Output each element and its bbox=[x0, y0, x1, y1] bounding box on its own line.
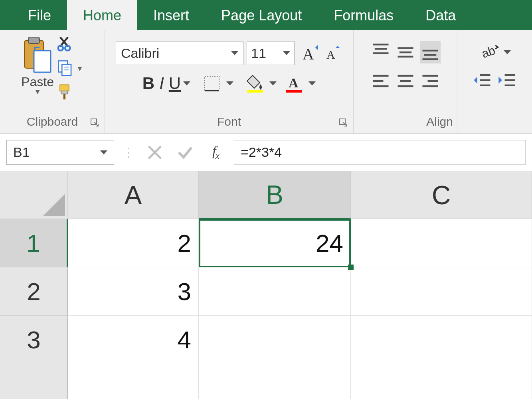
svg-text:A: A bbox=[289, 75, 299, 90]
group-clipboard-label: Clipboard bbox=[27, 115, 78, 128]
row-header-4[interactable] bbox=[0, 364, 68, 399]
cell-C1[interactable] bbox=[351, 219, 532, 267]
svg-rect-1 bbox=[28, 37, 40, 43]
ribbon-tabs: File Home Insert Page Layout Formulas Da… bbox=[0, 0, 532, 30]
align-top-button[interactable] bbox=[370, 41, 391, 63]
ribbon: Paste ▼ ▼ bbox=[0, 30, 532, 134]
cell-B2[interactable] bbox=[199, 267, 351, 316]
worksheet-grid: A B C 1 2 24 2 3 3 4 bbox=[0, 171, 532, 399]
svg-rect-15 bbox=[205, 76, 219, 91]
tab-formulas[interactable]: Formulas bbox=[318, 0, 409, 30]
svg-text:ab: ab bbox=[480, 43, 497, 61]
row-header-2[interactable]: 2 bbox=[0, 267, 68, 316]
group-alignment-label: Align bbox=[426, 115, 453, 128]
paste-label: Paste bbox=[21, 75, 54, 89]
svg-point-3 bbox=[58, 45, 63, 50]
group-extra: ab bbox=[457, 30, 532, 133]
column-header-B[interactable]: B bbox=[199, 171, 351, 219]
row-header-1[interactable]: 1 bbox=[0, 219, 68, 267]
increase-font-size-button[interactable]: A bbox=[301, 43, 320, 63]
copy-icon bbox=[57, 59, 74, 78]
formula-value: =2*3*4 bbox=[241, 144, 282, 160]
paste-button[interactable]: Paste ▼ bbox=[21, 34, 54, 102]
underline-dropdown-caret[interactable] bbox=[183, 81, 190, 85]
font-name-combo[interactable]: Calibri bbox=[116, 41, 243, 65]
cell-C2[interactable] bbox=[351, 267, 532, 316]
svg-rect-17 bbox=[247, 90, 263, 93]
copy-dropdown-caret[interactable]: ▼ bbox=[76, 65, 83, 73]
clipboard-launcher[interactable] bbox=[90, 118, 100, 128]
decrease-font-size-button[interactable]: A bbox=[323, 43, 342, 63]
cell-A2[interactable]: 3 bbox=[68, 267, 199, 316]
font-size-value: 11 bbox=[251, 45, 266, 61]
tab-home[interactable]: Home bbox=[67, 0, 137, 30]
cell-C3[interactable] bbox=[351, 316, 532, 364]
insert-function-button[interactable]: fx bbox=[204, 140, 227, 165]
chevron-down-icon bbox=[231, 51, 238, 55]
svg-rect-19 bbox=[286, 90, 302, 93]
svg-rect-10 bbox=[61, 91, 68, 94]
svg-text:A: A bbox=[303, 45, 314, 63]
cell-A3[interactable]: 4 bbox=[68, 316, 199, 364]
name-box[interactable]: B1 bbox=[6, 140, 114, 165]
cell-A4[interactable] bbox=[68, 364, 199, 399]
format-painter-icon bbox=[57, 83, 74, 102]
row-header-3[interactable]: 3 bbox=[0, 316, 68, 364]
align-left-button[interactable] bbox=[370, 71, 391, 93]
tab-insert[interactable]: Insert bbox=[137, 0, 205, 30]
paste-dropdown-caret[interactable]: ▼ bbox=[34, 88, 41, 96]
svg-text:A: A bbox=[326, 48, 335, 61]
italic-button[interactable]: I bbox=[159, 74, 164, 93]
font-name-value: Calibri bbox=[121, 45, 159, 61]
group-font-label: Font bbox=[217, 115, 241, 128]
borders-dropdown-caret[interactable] bbox=[226, 81, 233, 85]
orientation-dropdown-caret[interactable] bbox=[504, 50, 511, 54]
formula-input[interactable]: =2*3*4 bbox=[234, 140, 526, 165]
column-header-A[interactable]: A bbox=[68, 171, 199, 219]
enter-formula-button[interactable] bbox=[173, 140, 197, 165]
fx-icon: fx bbox=[212, 144, 219, 161]
fill-color-dropdown-caret[interactable] bbox=[269, 81, 277, 85]
column-header-C[interactable]: C bbox=[351, 171, 532, 219]
cell-C4[interactable] bbox=[351, 364, 532, 399]
format-painter-button[interactable] bbox=[57, 83, 74, 102]
copy-button[interactable]: ▼ bbox=[57, 59, 83, 78]
svg-point-4 bbox=[65, 45, 70, 50]
align-bottom-button[interactable] bbox=[420, 41, 441, 63]
paste-icon bbox=[22, 36, 53, 75]
font-color-dropdown-caret[interactable] bbox=[309, 81, 316, 85]
formula-bar: B1 ⋮ fx =2*3*4 bbox=[0, 134, 532, 171]
svg-rect-2 bbox=[34, 51, 51, 72]
align-right-button[interactable] bbox=[420, 71, 441, 93]
cell-B4[interactable] bbox=[199, 364, 351, 399]
align-center-button[interactable] bbox=[395, 71, 416, 93]
font-size-combo[interactable]: 11 bbox=[247, 41, 295, 65]
cell-B1[interactable]: 24 bbox=[199, 219, 351, 267]
font-launcher[interactable] bbox=[339, 118, 348, 128]
orientation-button[interactable]: ab bbox=[479, 41, 500, 63]
cancel-formula-button[interactable] bbox=[143, 140, 167, 165]
group-alignment: Align bbox=[354, 30, 457, 133]
increase-indent-button[interactable] bbox=[497, 71, 518, 93]
tab-data[interactable]: Data bbox=[409, 0, 472, 30]
cell-A1[interactable]: 2 bbox=[68, 219, 199, 267]
decrease-indent-button[interactable] bbox=[472, 71, 493, 93]
bold-button[interactable]: B bbox=[142, 74, 154, 93]
select-all-corner[interactable] bbox=[0, 171, 68, 219]
fill-handle[interactable] bbox=[348, 265, 354, 270]
tab-file[interactable]: File bbox=[12, 0, 67, 30]
chevron-down-icon bbox=[100, 150, 107, 154]
borders-button[interactable] bbox=[202, 74, 222, 93]
underline-button[interactable]: U bbox=[169, 74, 181, 93]
tab-page-layout[interactable]: Page Layout bbox=[205, 0, 318, 30]
scissors-icon bbox=[57, 36, 74, 54]
group-font: Calibri 11 A A B I U bbox=[105, 30, 354, 133]
align-middle-button[interactable] bbox=[395, 41, 416, 63]
cell-B3[interactable] bbox=[199, 316, 351, 364]
separator: ⋮ bbox=[121, 145, 136, 160]
chevron-down-icon bbox=[283, 51, 290, 55]
font-color-button[interactable]: A bbox=[285, 74, 304, 93]
group-clipboard: Paste ▼ ▼ bbox=[0, 30, 105, 133]
cut-button[interactable] bbox=[57, 36, 74, 54]
fill-color-button[interactable] bbox=[245, 74, 265, 93]
